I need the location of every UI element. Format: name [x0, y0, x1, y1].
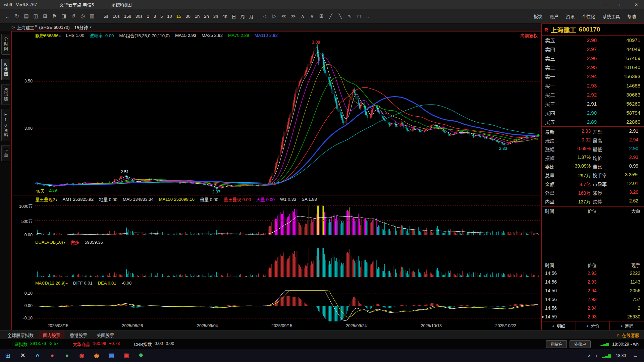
timeframe-1[interactable]: 1 [145, 14, 151, 19]
timeframe-周[interactable]: 周 [239, 13, 247, 19]
orderbook-ask-row[interactable]: 卖二2.95101640 [542, 63, 644, 72]
taskbar-app-edge[interactable]: e [30, 349, 45, 362]
chevron-down-icon[interactable]: ▾ [90, 25, 92, 29]
menu-accounts[interactable]: 账户 [550, 13, 558, 19]
quote-tab-chips[interactable]: ▲筹码 [610, 321, 644, 330]
taskbar-app-2[interactable]: ● [45, 349, 60, 362]
box-tool-icon[interactable]: □ [355, 13, 363, 19]
flag-icon[interactable]: ⚑ [50, 13, 59, 19]
volume-indicator-seg-0[interactable]: 量王叠现2▾ [35, 196, 57, 202]
draw-line-icon[interactable]: ╱ [327, 13, 335, 19]
volume-indicator-dropdown-icon[interactable]: ▾ [56, 198, 57, 202]
main-indicator-seg-0[interactable]: 飘带656866▾ [35, 32, 61, 39]
taskbar-clock[interactable]: 18:30 [616, 353, 626, 358]
orderbook-ask-row[interactable]: 卖三2.9667469 [542, 54, 644, 63]
sidebar-tab-order-entry[interactable]: 下单 [1, 145, 10, 161]
dualvol-panel[interactable] [12, 246, 541, 279]
main-indicator-adjust-mode[interactable]: 向前复权 [520, 32, 541, 39]
timeframe-3[interactable]: 3 [152, 14, 158, 19]
volume-panel[interactable]: 1000万500万0.00 [12, 203, 541, 238]
menu-system-kline[interactable]: 系统K线图 [111, 1, 132, 8]
sidebar-tab-time-chart[interactable]: 分时图 [1, 34, 10, 55]
trend-line-icon[interactable]: ╲ [336, 13, 344, 19]
taskbar-app-4[interactable]: ◉ [74, 349, 89, 362]
dualvol-canvas[interactable] [35, 246, 541, 279]
market-tab-us-stocks[interactable]: 美国股票 [93, 331, 118, 339]
orderbook-ask-row[interactable]: 卖四2.9744049 [542, 45, 644, 54]
close-button[interactable]: ✕ [629, 0, 644, 9]
indicator-icon[interactable]: ⊞ [41, 13, 49, 19]
wave-icon[interactable]: ∿ [345, 13, 354, 19]
macd-indicator-dropdown-icon[interactable]: ▾ [66, 282, 68, 285]
sidebar-tab-news-chain[interactable]: 资讯链 [1, 84, 10, 105]
timeframe-5[interactable]: 5 [159, 14, 164, 19]
stock-selector-bar[interactable]: ∞ 上海建工 R (SHSE 600170) 15分钟 ▾ [0, 23, 541, 31]
expand-icon[interactable]: ≫ [289, 13, 298, 19]
timeframe-月[interactable]: 月 [248, 13, 255, 19]
timeframe-1h[interactable]: 1h [193, 14, 201, 19]
timeframe-30s[interactable]: 30s [134, 14, 144, 19]
macd-indicator-seg-0[interactable]: MACD(12,26,9)▾ [35, 281, 68, 286]
sidebar-tab-f10-info[interactable]: F10资料 [1, 109, 10, 141]
menu-personalization[interactable]: 个性化 [582, 13, 595, 19]
menu-sectors[interactable]: 板块 [534, 13, 542, 19]
timeframe-30[interactable]: 30 [184, 14, 192, 19]
market-tab-hk-stocks[interactable]: 香港股票 [66, 331, 91, 339]
sidebar-tab-kline-chart[interactable]: K线图 [1, 59, 10, 80]
taskbar-app-6[interactable]: ▣ [104, 349, 119, 362]
menu-cloud-node[interactable]: 文华云节点-电信5 [59, 1, 94, 8]
quote-board-icon[interactable]: ▤ [22, 13, 31, 19]
taskbar-app-7[interactable]: ▣ [119, 349, 133, 362]
market-tab-global-indices[interactable]: 全球股票指数 [3, 331, 38, 339]
timeframe-10[interactable]: 10 [165, 14, 173, 19]
main-kline-panel[interactable]: 46天 3.503.003.882.512.392.372.83 [12, 39, 541, 195]
macd-canvas[interactable] [35, 287, 541, 322]
add-indicator-icon[interactable]: ⊞ [317, 13, 326, 19]
timeframe-2h[interactable]: 2h [202, 14, 210, 19]
timeframe-10s[interactable]: 10s [111, 14, 121, 19]
dualvol-indicator-seg-0[interactable]: DUALVOL(10)▾ [35, 240, 65, 245]
main-indicator-dropdown-icon[interactable]: ▾ [59, 35, 61, 38]
refresh-icon[interactable]: ↻ [13, 13, 21, 19]
orderbook-bid-row[interactable]: 买一2.9314688 [542, 81, 644, 90]
next-icon[interactable]: ▷ [270, 13, 279, 19]
timeframe-15s[interactable]: 15s [122, 14, 133, 19]
button-external-account[interactable]: 外盘户 [570, 340, 590, 348]
online-service-button[interactable]: ∩ 在线客服 [616, 332, 644, 338]
main-kline-canvas[interactable] [35, 39, 541, 195]
taskbar-app-8[interactable]: ❖ [133, 349, 148, 362]
volume-icon[interactable]: ♪ [595, 353, 597, 358]
orderbook-ask-row[interactable]: 卖一2.94156393 [542, 72, 644, 81]
orderbook-bid-row[interactable]: 买三2.9156260 [542, 99, 644, 108]
loop-icon[interactable]: ↺ [69, 13, 77, 19]
button-futures-account[interactable]: 期货户 [546, 340, 567, 348]
menu-system-tools[interactable]: 系统工具 [602, 13, 620, 19]
orderbook-bid-row[interactable]: 买四2.9058794 [542, 108, 644, 117]
timeframe-日[interactable]: 日 [230, 13, 238, 19]
taskbar-app-3[interactable]: ● [60, 349, 74, 362]
period-label[interactable]: 15分钟 [74, 24, 88, 31]
volume-canvas[interactable] [35, 203, 541, 238]
timeframe-3h[interactable]: 3h [212, 14, 220, 19]
menu-news[interactable]: 资讯 [566, 13, 575, 19]
overlay-icon[interactable]: ◨ [60, 13, 68, 19]
maximize-button[interactable]: □ [613, 0, 629, 9]
market-tab-domestic-stocks[interactable]: 国内股票 [39, 331, 64, 339]
minimize-button[interactable]: — [598, 0, 613, 9]
back-icon[interactable]: ← [3, 13, 12, 19]
timeframe-15[interactable]: 15 [175, 14, 183, 19]
menu-help[interactable]: 帮助 [627, 13, 636, 19]
timeframe-4h[interactable]: 4h [221, 14, 229, 19]
network-signal-icon[interactable]: ▂▄▆ [602, 353, 611, 358]
tray-expand-icon[interactable]: ∧ [588, 353, 591, 358]
down-icon[interactable]: ∨ [308, 13, 316, 19]
prev-icon[interactable]: ◁ [261, 13, 269, 19]
alert-bell-icon[interactable]: ◎ [78, 13, 87, 19]
kline-mode-icon[interactable]: ◫ [32, 13, 40, 19]
orderbook-ask-row[interactable]: 卖五2.9848971 [542, 36, 644, 45]
macd-panel[interactable]: 0.100.00-0.10 [12, 287, 541, 322]
more-icon[interactable]: … [364, 13, 373, 19]
chart-type-icon[interactable]: ▥ [88, 13, 96, 19]
timeframe-5s[interactable]: 5s [102, 14, 110, 19]
notification-icon[interactable]: ▭ [631, 353, 641, 358]
